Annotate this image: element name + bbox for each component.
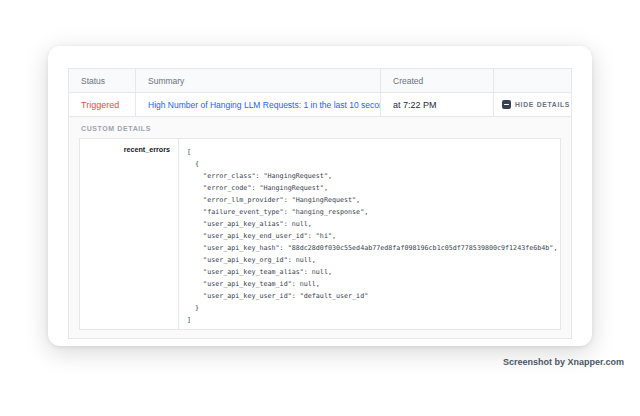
created-timestamp: at 7:22 PM <box>393 100 437 110</box>
column-header-created: Created <box>381 69 494 92</box>
json-code-block: [ { "error_class": "HangingRequest", "er… <box>179 139 560 329</box>
table-header-row: Status Summary Created <box>69 69 571 93</box>
custom-details-heading: Custom Details <box>81 125 561 132</box>
alert-summary-link[interactable]: High Number of Hanging LLM Requests: 1 i… <box>148 100 381 110</box>
details-box: recent_errors [ { "error_class": "Hangin… <box>79 138 561 330</box>
watermark-text: Screenshot by Xnapper.com <box>503 357 624 367</box>
alert-card: Status Summary Created Triggered High Nu… <box>48 46 592 346</box>
minus-square-icon <box>502 100 511 109</box>
hide-details-button[interactable]: Hide Details <box>502 100 570 109</box>
actions-cell: Hide Details <box>494 93 571 116</box>
column-header-summary: Summary <box>136 69 381 92</box>
table-row: Triggered High Number of Hanging LLM Req… <box>69 93 571 117</box>
summary-cell: High Number of Hanging LLM Requests: 1 i… <box>136 93 381 116</box>
status-cell: Triggered <box>69 93 136 116</box>
column-header-status: Status <box>69 69 136 92</box>
hide-details-label: Hide Details <box>515 101 570 108</box>
column-header-actions <box>494 69 571 92</box>
alerts-table: Status Summary Created Triggered High Nu… <box>68 68 572 339</box>
created-cell: at 7:22 PM <box>381 93 494 116</box>
details-key-label: recent_errors <box>80 139 179 329</box>
status-badge: Triggered <box>81 100 119 110</box>
custom-details-section: Custom Details recent_errors [ { "error_… <box>69 117 571 338</box>
